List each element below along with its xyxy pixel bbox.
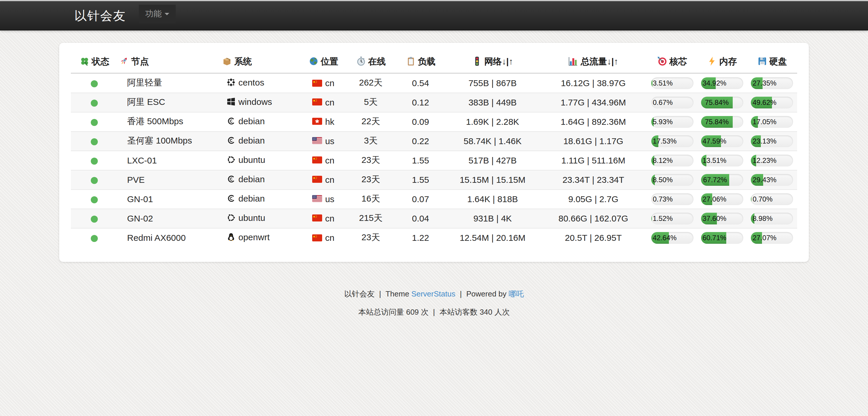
column-header-dart: 核芯 xyxy=(647,51,697,73)
globe-icon xyxy=(308,56,318,68)
total-traffic-value: 1.77G | 434.96M xyxy=(539,93,647,112)
memory-progress-bar: 27.06% xyxy=(701,193,743,205)
disk-progress-bar: 27.35% xyxy=(751,77,793,89)
column-header-traffic-light: 网络↓|↑ xyxy=(446,51,539,73)
column-header-package: 系统 xyxy=(221,51,301,73)
status-online-dot xyxy=(91,216,98,222)
network-speed-value: 931B | 4K xyxy=(446,209,539,228)
visitors-count: 340 xyxy=(480,307,492,317)
uptime-value: 16天 xyxy=(346,189,395,209)
disk-percent: 23.13% xyxy=(753,135,776,147)
servers-table: 状态节点系统位置在线负载网络↓|↑总流量↓|↑核芯内存硬盘 阿里轻量 cento… xyxy=(71,51,797,247)
debian-os-icon xyxy=(227,175,236,183)
cn-flag-icon xyxy=(312,157,322,164)
server-row: LXC-01 ubuntu cn 23天 1.55 517B | 427B 1.… xyxy=(71,151,797,170)
column-header-label: 系统 xyxy=(234,56,252,66)
cpu-percent: 0.67% xyxy=(653,96,673,108)
os-name: debian xyxy=(238,194,265,203)
footer-credits: 以针会友 | Theme ServerStatus | Powered by 哪… xyxy=(0,289,868,299)
total-traffic-value: 18.61G | 1.17G xyxy=(539,131,647,151)
disk-percent: 27.35% xyxy=(753,77,776,89)
total-traffic-value: 9.05G | 2.7G xyxy=(539,189,647,209)
memory-progress-bar: 75.84% xyxy=(701,96,743,108)
disk-percent: 49.62% xyxy=(753,96,776,108)
cpu-progress-bar: 8.12% xyxy=(651,154,693,166)
node-name: 圣何塞 100Mbps xyxy=(118,131,221,151)
node-name: Redmi AX6000 xyxy=(118,228,221,247)
network-speed-value: 383B | 449B xyxy=(446,93,539,112)
node-name: 香港 500Mbps xyxy=(118,112,221,131)
openwrt-os-icon xyxy=(227,233,236,242)
column-header-label: 内存 xyxy=(719,56,737,66)
total-traffic-value: 80.66G | 162.07G xyxy=(539,209,647,228)
disk-percent: 12.23% xyxy=(753,154,776,166)
memory-progress-bar: 34.92% xyxy=(701,77,743,89)
load-value: 0.12 xyxy=(395,93,446,112)
features-menu-label: 功能 xyxy=(145,8,162,19)
server-row: Redmi AX6000 openwrt cn 23天 1.22 12.54M … xyxy=(71,228,797,247)
country-code: cn xyxy=(325,97,335,107)
load-value: 1.55 xyxy=(395,151,446,170)
memory-progress-bar: 67.72% xyxy=(701,174,743,185)
site-brand[interactable]: 以针会友 xyxy=(74,7,126,24)
memory-percent: 67.72% xyxy=(703,174,727,185)
navbar: 以针会友 功能 xyxy=(0,1,868,30)
load-value: 1.55 xyxy=(395,170,446,189)
memory-progress-bar: 13.51% xyxy=(701,154,743,166)
chevron-down-icon xyxy=(164,12,169,15)
cpu-progress-bar: 3.51% xyxy=(651,77,693,89)
disk-progress-bar: 27.07% xyxy=(751,232,793,244)
os-name: debian xyxy=(238,135,265,145)
cpu-progress-bar: 0.73% xyxy=(651,193,693,205)
country-code: cn xyxy=(325,155,335,165)
network-speed-value: 1.64K | 818B xyxy=(446,189,539,209)
footer: 以针会友 | Theme ServerStatus | Powered by 哪… xyxy=(0,289,868,318)
disk-percent: 17.05% xyxy=(753,116,776,127)
country-code: us xyxy=(325,194,335,204)
network-speed-value: 15.15M | 15.15M xyxy=(446,170,539,189)
uptime-value: 262天 xyxy=(346,73,395,93)
node-name: LXC-01 xyxy=(118,151,221,170)
bar-chart-icon xyxy=(568,56,578,68)
memory-percent: 13.51% xyxy=(703,154,726,166)
node-name: PVE xyxy=(118,170,221,189)
network-speed-value: 517B | 427B xyxy=(446,151,539,170)
column-header-label: 节点 xyxy=(131,56,149,66)
theme-link[interactable]: ServerStatus xyxy=(411,290,455,298)
features-menu[interactable]: 功能 xyxy=(139,4,176,23)
server-row: 阿里 ESC windows cn 5天 0.12 383B | 449B 1.… xyxy=(71,93,797,112)
os-name: ubuntu xyxy=(238,155,265,165)
disk-progress-bar: 8.98% xyxy=(751,212,793,224)
uptime-value: 23天 xyxy=(346,151,395,170)
country-code: cn xyxy=(325,233,335,243)
cpu-progress-bar: 1.52% xyxy=(651,212,693,224)
node-name: 阿里轻量 xyxy=(118,73,221,93)
us-flag-icon xyxy=(312,196,322,202)
uptime-value: 3天 xyxy=(346,131,395,151)
country-code: cn xyxy=(325,78,335,88)
memory-percent: 34.92% xyxy=(703,77,726,89)
ubuntu-os-icon xyxy=(227,155,236,164)
debian-os-icon xyxy=(227,194,236,203)
os-name: centos xyxy=(238,78,264,88)
cpu-progress-bar: 17.53% xyxy=(651,135,693,147)
centos-os-icon xyxy=(227,78,236,87)
column-header-bar-chart: 总流量↓|↑ xyxy=(539,51,647,73)
uptime-value: 5天 xyxy=(346,93,395,112)
column-header-stopwatch: 在线 xyxy=(346,51,395,73)
os-name: debian xyxy=(238,174,265,184)
status-online-dot xyxy=(91,119,98,126)
memory-percent: 27.06% xyxy=(703,193,726,205)
column-header-clover: 状态 xyxy=(71,51,118,73)
cpu-progress-bar: 5.93% xyxy=(651,116,693,127)
server-row: PVE debian cn 23天 1.55 15.15M | 15.15M 2… xyxy=(71,170,797,189)
cpu-percent: 0.73% xyxy=(653,193,673,205)
column-header-label: 在线 xyxy=(368,56,386,66)
powered-by-link[interactable]: 哪吒 xyxy=(509,290,524,298)
column-header-label: 硬盘 xyxy=(769,56,787,66)
disk-progress-bar: 23.13% xyxy=(751,135,793,147)
total-traffic-value: 20.5T | 26.95T xyxy=(539,228,647,247)
debian-os-icon xyxy=(227,136,236,145)
cn-flag-icon xyxy=(312,99,322,106)
network-speed-value: 1.69K | 2.28K xyxy=(446,112,539,131)
